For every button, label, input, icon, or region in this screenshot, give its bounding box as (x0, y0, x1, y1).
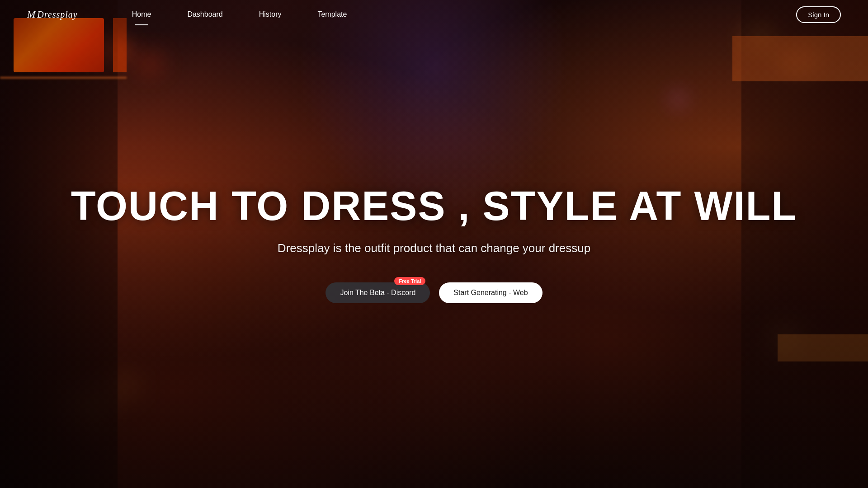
hero-buttons: Free Trial Join The Beta - Discord Start… (326, 282, 542, 303)
navbar: M Dressplay Home Dashboard History Templ… (0, 0, 868, 29)
join-discord-button[interactable]: Free Trial Join The Beta - Discord (326, 282, 430, 303)
sign-in-button[interactable]: Sign In (796, 6, 841, 23)
logo[interactable]: M Dressplay (27, 9, 78, 20)
nav-links: Home Dashboard History Template (114, 0, 797, 29)
nav-item-template[interactable]: Template (299, 0, 365, 29)
logo-prefix: M (27, 9, 35, 20)
nav-item-history[interactable]: History (241, 0, 300, 29)
logo-name: Dressplay (37, 9, 77, 20)
free-trial-badge: Free Trial (394, 277, 425, 285)
start-generating-button[interactable]: Start Generating - Web (439, 282, 542, 303)
city-overlay (0, 0, 868, 488)
nav-item-home[interactable]: Home (114, 0, 170, 29)
nav-item-dashboard[interactable]: Dashboard (169, 0, 241, 29)
